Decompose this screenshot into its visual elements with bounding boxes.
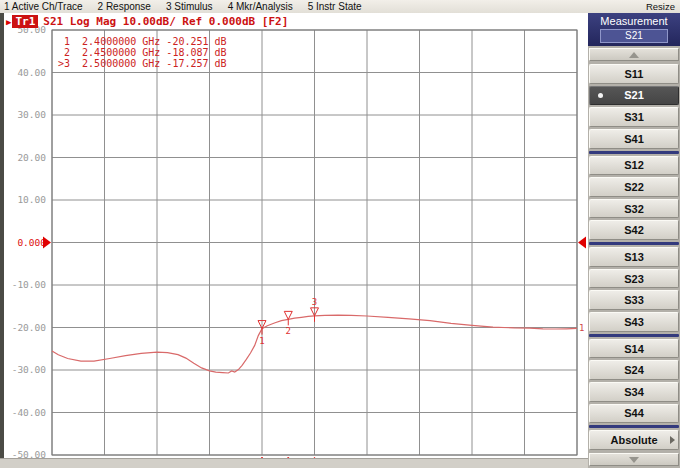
marker-readout-line: 2 2.4500000 GHz -18.087 dB <box>58 47 227 58</box>
sidebar-item-s42[interactable]: S42 <box>589 220 679 240</box>
sidebar-item-s24[interactable]: S24 <box>589 360 679 380</box>
measurement-softkey-panel: Measurement S21 S11S21S31S41S12S22S32S42… <box>588 13 680 468</box>
y-axis-tick-label: 40.00 <box>17 67 46 78</box>
y-axis-tick-label: 30.00 <box>17 109 46 120</box>
panel-current-value: S21 <box>600 29 668 43</box>
marker-readout: 1 2.4000000 GHz -20.251 dB 2 2.4500000 G… <box>58 36 227 69</box>
softkey-label: S24 <box>624 364 644 376</box>
trace-number-label: 1 <box>579 323 584 333</box>
sidebar-item-s21[interactable]: S21 <box>589 86 679 106</box>
screen-left-edge <box>0 13 4 459</box>
bottom-strip <box>0 458 588 468</box>
submenu-arrow-icon <box>670 436 675 444</box>
menu-item-2[interactable]: 2 Response <box>98 1 151 12</box>
trace-id-badge: Tr1 <box>12 15 38 28</box>
softkey-label: S23 <box>624 273 644 285</box>
resize-button[interactable]: Resize <box>646 1 680 12</box>
menu-bar: 1 Active Ch/Trace2 Response3 Stimulus4 M… <box>0 0 680 14</box>
marker-readout-line: >3 2.5000000 GHz -17.257 dB <box>58 58 227 69</box>
sidebar-item-s31[interactable]: S31 <box>589 107 679 127</box>
softkey-group-separator <box>589 425 679 428</box>
softkey-label: S41 <box>624 133 644 145</box>
softkey-buttons: S11S21S31S41S12S22S32S42S13S23S33S43S14S… <box>588 63 680 451</box>
marker-2-triangle-icon <box>284 311 292 319</box>
softkey-label: S43 <box>624 316 644 328</box>
marker-2-number: 2 <box>286 326 291 336</box>
vna-screen: 1 Active Ch/Trace2 Response3 Stimulus4 M… <box>0 0 680 468</box>
softkey-label: Absolute <box>610 434 657 446</box>
sidebar-item-s32[interactable]: S32 <box>589 199 679 219</box>
softkey-label: S22 <box>624 181 644 193</box>
marker-3-number: 3 <box>312 297 317 307</box>
menu-item-1[interactable]: 1 Active Ch/Trace <box>4 1 83 12</box>
softkey-panel-header: Measurement S21 <box>588 13 680 46</box>
softkey-label: S11 <box>625 68 644 80</box>
y-axis-tick-label: 20.00 <box>17 152 46 163</box>
y-axis-tick-label: -10.00 <box>12 279 47 290</box>
sidebar-item-s14[interactable]: S14 <box>589 339 679 359</box>
s21-chart: 50.0040.0030.0020.0010.000.000-10.00-20.… <box>0 13 588 459</box>
sidebar-item-s44[interactable]: S44 <box>589 404 679 424</box>
softkey-label: S14 <box>624 343 644 355</box>
plot-pane: 50.0040.0030.0020.0010.000.000-10.00-20.… <box>0 13 588 468</box>
active-trace-arrow-icon: ▶ <box>6 17 11 27</box>
trace-settings-text: S21 Log Mag 10.00dB/ Ref 0.000dB [F2] <box>43 15 288 28</box>
y-axis-tick-label: 10.00 <box>17 194 46 205</box>
sidebar-item-s22[interactable]: S22 <box>589 177 679 197</box>
triangle-down-icon <box>629 457 639 463</box>
sidebar-item-s11[interactable]: S11 <box>589 64 679 84</box>
ref-level-arrow-right-icon <box>578 237 586 249</box>
sidebar-item-s34[interactable]: S34 <box>589 382 679 402</box>
softkey-label: S44 <box>624 407 644 419</box>
softkey-label: S34 <box>624 386 644 398</box>
ref-level-arrow-left-icon <box>43 237 51 249</box>
softkey-label: S42 <box>624 224 644 236</box>
sidebar-item-s12[interactable]: S12 <box>589 156 679 176</box>
marker-1-number: 1 <box>259 336 264 346</box>
triangle-up-icon <box>629 52 639 58</box>
softkey-label: S13 <box>624 251 644 263</box>
softkey-label: S31 <box>624 111 644 123</box>
softkey-scroll-down-button[interactable] <box>589 453 679 466</box>
y-axis-tick-label: -40.00 <box>12 407 47 418</box>
panel-title: Measurement <box>588 15 680 27</box>
menu-item-3[interactable]: 3 Stimulus <box>166 1 213 12</box>
softkey-label: S12 <box>624 159 644 171</box>
sidebar-item-absolute[interactable]: Absolute <box>589 430 679 450</box>
sidebar-item-s41[interactable]: S41 <box>589 129 679 149</box>
softkey-label: S21 <box>624 89 644 101</box>
sidebar-item-s43[interactable]: S43 <box>589 312 679 332</box>
menu-items: 1 Active Ch/Trace2 Response3 Stimulus4 M… <box>0 1 646 12</box>
softkey-group-separator <box>589 334 679 337</box>
sidebar-item-s33[interactable]: S33 <box>589 290 679 310</box>
softkey-label: S32 <box>624 203 644 215</box>
y-axis-tick-label: -20.00 <box>12 322 47 333</box>
y-axis-tick-label: 0.000 <box>17 237 46 248</box>
softkey-group-separator <box>589 151 679 154</box>
softkey-label: S33 <box>624 294 644 306</box>
marker-readout-line: 1 2.4000000 GHz -20.251 dB <box>58 36 227 47</box>
trace-info-bar: ▶ Tr1 S21 Log Mag 10.00dB/ Ref 0.000dB [… <box>6 15 288 28</box>
sidebar-item-s23[interactable]: S23 <box>589 269 679 289</box>
softkey-group-separator <box>589 242 679 245</box>
selected-dot-icon <box>598 93 603 98</box>
y-axis-tick-label: -30.00 <box>12 364 47 375</box>
softkey-scroll-up-button[interactable] <box>589 48 679 61</box>
sidebar-item-s13[interactable]: S13 <box>589 247 679 267</box>
menu-item-5[interactable]: 5 Instr State <box>308 1 362 12</box>
menu-item-4[interactable]: 4 Mkr/Analysis <box>228 1 293 12</box>
